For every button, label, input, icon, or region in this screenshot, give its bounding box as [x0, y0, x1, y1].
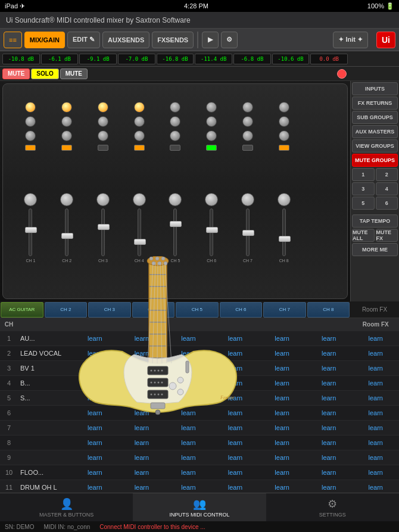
learn-button[interactable]: learn	[228, 394, 242, 402]
learn-button[interactable]: learn	[369, 424, 383, 431]
learn-button[interactable]: learn	[88, 350, 102, 357]
learn-button[interactable]: learn	[88, 424, 102, 431]
learn-button[interactable]: learn	[322, 424, 336, 431]
aux-knob-1[interactable]	[25, 130, 36, 141]
learn-button[interactable]: learn	[322, 365, 336, 372]
ch-btn-1[interactable]	[25, 145, 36, 151]
learn-button[interactable]: learn	[88, 365, 102, 372]
tab-inputs-midi[interactable]: 👥 INPUTS MIDI CONTROL	[133, 493, 266, 521]
eq-knob-7[interactable]	[242, 102, 253, 113]
ch-btn-8[interactable]	[279, 145, 289, 151]
learn-button[interactable]: learn	[322, 439, 336, 446]
learn-button[interactable]: learn	[275, 484, 289, 491]
learn-button[interactable]: learn	[322, 350, 336, 357]
more-me-button[interactable]: MORE ME	[352, 243, 398, 256]
pan-knob-2[interactable]	[61, 116, 72, 127]
init-button[interactable]: ✦ Init ✦	[333, 32, 368, 48]
learn-button[interactable]: learn	[275, 335, 289, 342]
ch-name-4[interactable]: CH 4	[132, 302, 175, 318]
ch-name-1[interactable]: AC GUITAR	[1, 302, 43, 318]
pan-knob-1[interactable]	[25, 116, 36, 127]
fader-track-7[interactable]	[246, 209, 250, 256]
fader-knob-2[interactable]	[60, 193, 73, 206]
learn-button[interactable]: learn	[135, 484, 149, 491]
group-btn-4[interactable]: 4	[376, 182, 398, 195]
tab-master-buttons[interactable]: 👤 MASTER & BUTTONS	[0, 493, 133, 521]
learn-button[interactable]: learn	[88, 394, 102, 402]
fader-cap-2[interactable]	[61, 233, 73, 239]
aux-knob-2[interactable]	[61, 130, 72, 141]
learn-button[interactable]: learn	[228, 409, 242, 416]
aux-knob-5[interactable]	[170, 130, 180, 141]
learn-button[interactable]: learn	[228, 454, 242, 461]
inputs-button[interactable]: INPUTS	[352, 82, 398, 95]
mute-groups-button[interactable]: MUTE GROUPS	[352, 154, 398, 167]
bars-button[interactable]: ≡≡	[4, 32, 22, 48]
learn-button[interactable]: learn	[322, 409, 336, 416]
learn-button[interactable]: learn	[181, 454, 195, 461]
aux-masters-button[interactable]: AUX MASTERS	[352, 125, 398, 138]
eq-knob-5[interactable]	[170, 102, 180, 113]
view-groups-button[interactable]: VIEW GROUPS	[352, 139, 398, 153]
pan-knob-8[interactable]	[279, 116, 289, 127]
group-btn-6[interactable]: 6	[376, 197, 398, 210]
fader-cap-6[interactable]	[206, 227, 218, 233]
learn-button[interactable]: learn	[88, 439, 102, 446]
ch-name-7[interactable]: CH 7	[263, 302, 306, 318]
ch-name-3[interactable]: CH 3	[88, 302, 131, 318]
learn-button[interactable]: learn	[369, 469, 383, 476]
pan-knob-6[interactable]	[206, 116, 217, 127]
learn-button[interactable]: learn	[322, 379, 336, 387]
ch-btn-4[interactable]	[134, 145, 145, 151]
midi-table[interactable]: CH Room FX 1AU...learnlearnlearnlearnlea…	[0, 318, 399, 493]
learn-button[interactable]: learn	[135, 394, 149, 402]
fader-knob-4[interactable]	[133, 193, 146, 206]
mute-button-2[interactable]: MUTE	[60, 69, 88, 79]
ch-btn-3[interactable]	[98, 145, 108, 151]
group-btn-3[interactable]: 3	[352, 182, 375, 195]
learn-button[interactable]: learn	[369, 335, 383, 342]
learn-button[interactable]: learn	[275, 350, 289, 357]
sub-groups-button[interactable]: SUB GROUPS	[352, 111, 398, 124]
learn-button[interactable]: learn	[369, 439, 383, 446]
eq-knob-6[interactable]	[206, 102, 217, 113]
learn-button[interactable]: learn	[88, 454, 102, 461]
fader-knob-3[interactable]	[96, 193, 110, 206]
fader-track-6[interactable]	[210, 209, 213, 256]
learn-button[interactable]: learn	[322, 335, 336, 342]
learn-button[interactable]: learn	[181, 409, 195, 416]
aux-knob-4[interactable]	[134, 130, 145, 141]
aux-knob-3[interactable]	[98, 130, 108, 141]
fader-track-2[interactable]	[65, 209, 68, 256]
ch-btn-6[interactable]	[206, 145, 217, 151]
mute-all-button[interactable]: MUTE ALL	[352, 229, 375, 242]
learn-button[interactable]: learn	[88, 335, 102, 342]
mute-button-1[interactable]: MUTE	[2, 69, 30, 79]
learn-button[interactable]: learn	[88, 484, 102, 491]
eq-knob-1[interactable]	[25, 102, 36, 113]
learn-button[interactable]: learn	[135, 350, 149, 357]
learn-button[interactable]: learn	[135, 379, 149, 387]
learn-button[interactable]: learn	[135, 469, 149, 476]
learn-button[interactable]: learn	[275, 379, 289, 387]
learn-button[interactable]: learn	[181, 394, 195, 402]
pan-knob-4[interactable]	[134, 116, 145, 127]
aux-knob-6[interactable]	[206, 130, 217, 141]
learn-button[interactable]: learn	[369, 394, 383, 402]
learn-button[interactable]: learn	[181, 469, 195, 476]
learn-button[interactable]: learn	[322, 484, 336, 491]
fader-knob-6[interactable]	[205, 193, 218, 206]
fader-knob-1[interactable]	[24, 193, 37, 206]
mute-fx-button[interactable]: MUTE FX	[376, 229, 398, 242]
aux-knob-8[interactable]	[279, 130, 289, 141]
ch-name-5[interactable]: CH 5	[176, 302, 219, 318]
learn-button[interactable]: learn	[369, 365, 383, 372]
learn-button[interactable]: learn	[135, 439, 149, 446]
learn-button[interactable]: learn	[228, 350, 242, 357]
learn-button[interactable]: learn	[228, 424, 242, 431]
fader-cap-5[interactable]	[170, 221, 182, 227]
fx-sends-button[interactable]: FXSENDS	[152, 32, 194, 48]
fader-cap-7[interactable]	[242, 230, 254, 236]
ch-btn-7[interactable]	[242, 145, 253, 151]
fader-cap-8[interactable]	[279, 236, 291, 242]
